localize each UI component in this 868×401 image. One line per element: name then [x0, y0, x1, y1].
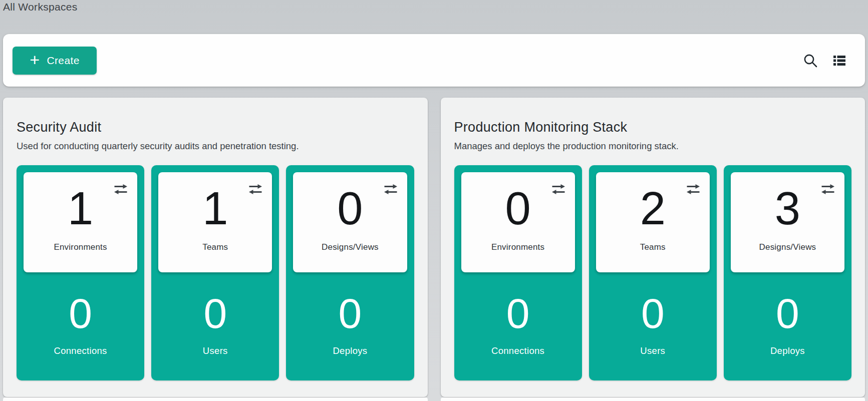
stat-tile-back: 0 Users [596, 295, 710, 356]
stat-label: Teams [596, 242, 710, 252]
swap-horizontal-icon[interactable] [820, 183, 835, 195]
stat-tile-front: 2 Teams [596, 172, 710, 272]
swap-horizontal-icon[interactable] [113, 183, 128, 195]
stat-tile-environments: 0 Environments 0 Connections [454, 165, 582, 380]
stat-value: 1 [24, 172, 137, 229]
swap-horizontal-icon[interactable] [383, 183, 398, 195]
stat-tile-back: 0 Users [158, 295, 272, 356]
stat-tiles: 0 Environments 0 Connections [454, 165, 852, 380]
toolbar: + Create [3, 34, 865, 87]
workspace-card-production-monitoring-stack[interactable]: Production Monitoring Stack Manages and … [441, 98, 865, 397]
stat-tile-teams: 1 Teams 0 Users [151, 165, 279, 380]
create-button-label: Create [47, 55, 79, 67]
stat-label: Deploys [293, 345, 407, 356]
toolbar-icons [803, 53, 847, 68]
stat-value: 0 [293, 172, 407, 229]
stat-value: 0 [158, 295, 272, 331]
stat-tile-front: 0 Environments [461, 172, 575, 272]
workspace-description: Manages and deploys the production monit… [454, 141, 852, 152]
stat-value: 0 [461, 172, 575, 229]
stat-tile-back: 0 Connections [24, 295, 137, 356]
stat-tile-teams: 2 Teams 0 Users [589, 165, 717, 380]
stat-value: 2 [596, 172, 710, 229]
stat-label: Designs/Views [731, 242, 844, 252]
stat-tile-back: 0 Deploys [293, 295, 407, 356]
stat-value: 0 [293, 295, 407, 331]
swap-horizontal-icon[interactable] [248, 183, 263, 195]
stat-tile-designs-views: 3 Designs/Views 0 Deploys [724, 165, 851, 380]
stat-value: 3 [731, 172, 844, 229]
stat-value: 0 [461, 295, 575, 331]
stat-tile-front: 1 Teams [158, 172, 272, 272]
stat-label: Connections [24, 345, 137, 356]
stat-tile-front: 0 Designs/Views [293, 172, 407, 272]
swap-horizontal-icon[interactable] [551, 183, 566, 195]
stat-tile-designs-views: 0 Designs/Views 0 Deploys [286, 165, 414, 380]
stat-tiles: 1 Environments 0 Connections [17, 165, 414, 380]
plus-icon: + [30, 51, 40, 68]
stat-tile-back: 0 Deploys [731, 295, 844, 356]
workspace-title: Production Monitoring Stack [454, 120, 852, 135]
next-row-card-edge [3, 397, 428, 401]
stat-label: Designs/Views [293, 242, 407, 252]
stat-value: 0 [24, 295, 137, 331]
swap-horizontal-icon[interactable] [686, 183, 701, 195]
workspace-description: Used for conducting quarterly security a… [17, 141, 414, 152]
page-title: All Workspaces [3, 1, 78, 13]
stat-label: Users [158, 345, 272, 356]
next-row-card-edge [441, 397, 865, 401]
list-view-icon[interactable] [832, 53, 847, 68]
workspace-cards-row: Security Audit Used for conducting quart… [3, 98, 865, 397]
stat-value: 0 [731, 295, 844, 331]
stat-label: Environments [461, 242, 575, 252]
stat-label: Environments [24, 242, 137, 252]
stat-tile-front: 1 Environments [24, 172, 137, 272]
stat-label: Users [596, 345, 710, 356]
stat-label: Deploys [731, 345, 844, 356]
stat-value: 0 [596, 295, 710, 331]
stat-tile-front: 3 Designs/Views [731, 172, 844, 272]
stat-label: Teams [158, 242, 272, 252]
workspace-title: Security Audit [17, 120, 414, 135]
workspace-card-security-audit[interactable]: Security Audit Used for conducting quart… [3, 98, 428, 397]
search-icon[interactable] [803, 53, 818, 68]
next-row-cards-edge [3, 397, 865, 401]
stat-label: Connections [461, 345, 575, 356]
create-button[interactable]: + Create [13, 47, 97, 75]
stat-value: 1 [158, 172, 272, 229]
stat-tile-environments: 1 Environments 0 Connections [17, 165, 144, 380]
workspaces-page: All Workspaces + Create [0, 0, 868, 401]
stat-tile-back: 0 Connections [461, 295, 575, 356]
